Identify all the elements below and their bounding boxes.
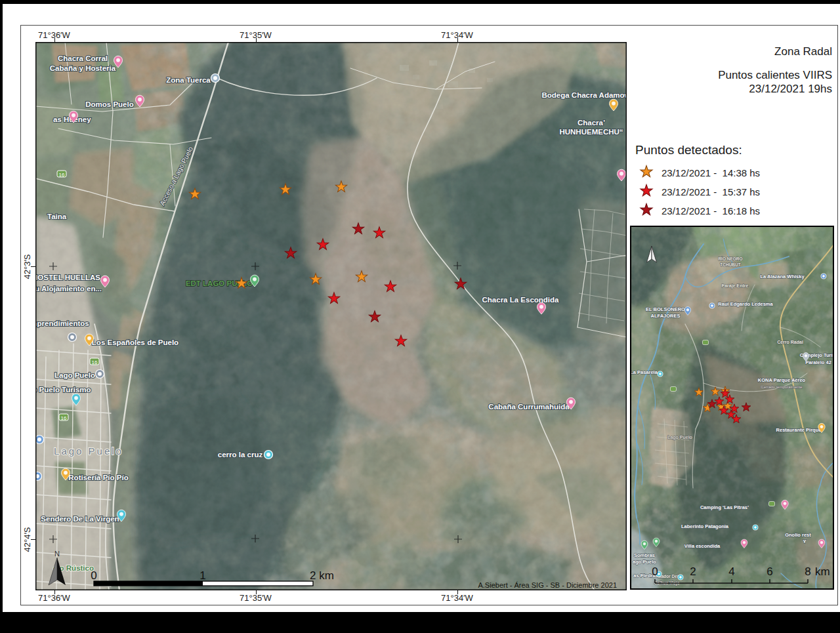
svg-text:0: 0: [91, 569, 96, 582]
svg-text:8: 8: [805, 565, 810, 578]
svg-text:Gnolio rest: Gnolio rest: [785, 532, 811, 538]
svg-text:Laberinto Patagonia: Laberinto Patagonia: [681, 523, 729, 529]
svg-text:2: 2: [690, 565, 696, 578]
svg-text:Chacra’: Chacra’: [578, 119, 605, 127]
svg-text:16: 16: [61, 415, 67, 421]
svg-text:ALFAJORES: ALFAJORES: [650, 313, 680, 319]
svg-text:Y: Y: [803, 539, 806, 544]
svg-text:Taina: Taina: [47, 213, 67, 220]
svg-text:Chacra Corral: Chacra Corral: [58, 54, 108, 62]
svg-text:RÍO NEGRO: RÍO NEGRO: [718, 256, 742, 261]
svg-text:Rotisería Pío Pío: Rotisería Pío Pío: [68, 474, 128, 481]
svg-text:Sombras: Sombras: [634, 552, 655, 558]
svg-text:Cerrado temporalmente: Cerrado temporalmente: [761, 385, 803, 389]
svg-text:Bodega Chacra Adamow: Bodega Chacra Adamow: [541, 91, 627, 99]
svg-text:1: 1: [200, 569, 205, 582]
svg-text:Paralelo 42: Paralelo 42: [805, 359, 831, 365]
svg-text:16: 16: [92, 359, 98, 365]
svg-text:Cabaña Currumahuida: Cabaña Currumahuida: [488, 403, 570, 411]
svg-text:La Alazana Whisky: La Alazana Whisky: [760, 274, 805, 279]
svg-text:N: N: [54, 550, 60, 558]
svg-text:Cerro Radal: Cerro Radal: [777, 340, 803, 344]
svg-text:Restaurante Pirque: Restaurante Pirque: [776, 427, 822, 433]
svg-text:Camping ‘Las Pitras’: Camping ‘Las Pitras’: [700, 504, 749, 510]
svg-text:16: 16: [59, 172, 65, 178]
svg-text:0: 0: [652, 565, 658, 578]
svg-text:2 km: 2 km: [310, 569, 334, 582]
svg-text:Chacra La Escondida: Chacra La Escondida: [482, 296, 560, 304]
svg-text:Tu Alojamiento en...: Tu Alojamiento en...: [35, 285, 102, 293]
svg-text:HOSTEL HUELLAS: HOSTEL HUELLAS: [35, 274, 100, 281]
svg-text:4: 4: [728, 565, 734, 578]
svg-text:6: 6: [766, 565, 772, 578]
svg-text:cerro la cruz: cerro la cruz: [218, 451, 263, 459]
svg-text:Villa escondida: Villa escondida: [684, 543, 721, 549]
svg-text:Raúl Edgardo Ledesma: Raúl Edgardo Ledesma: [718, 301, 773, 307]
svg-text:Lago Puelo: Lago Puelo: [54, 371, 95, 379]
svg-text:Sendero De La Virgen: Sendero De La Virgen: [41, 515, 119, 523]
svg-text:Zona Tuerca: Zona Tuerca: [166, 76, 211, 84]
svg-text:Paraje Entre: Paraje Entre: [722, 283, 749, 289]
svg-text:ago Puelo: ago Puelo: [633, 559, 656, 565]
svg-text:o Puelo Turismo: o Puelo Turismo: [35, 386, 91, 394]
svg-text:Cabaña y Hosteria: Cabaña y Hosteria: [50, 64, 116, 72]
svg-text:Lago Puelo: Lago Puelo: [54, 445, 123, 457]
svg-text:Los Españoles de Puelo: Los Españoles de Puelo: [92, 338, 178, 346]
svg-text:Lago Puelo: Lago Puelo: [667, 435, 692, 440]
svg-text:TCHUBUT: TCHUBUT: [720, 262, 740, 267]
svg-text:La Pasarela: La Pasarela: [630, 369, 658, 375]
svg-text:EL BOLSONERO: EL BOLSONERO: [646, 306, 685, 312]
svg-text:A.Siebert - Área SIG - SB - Di: A.Siebert - Área SIG - SB - Diciembre 20…: [478, 581, 617, 589]
svg-text:Domos Puelo: Domos Puelo: [85, 100, 133, 108]
svg-text:HUNHUEMECHU“: HUNHUEMECHU“: [559, 128, 623, 136]
svg-text:mprendimientos: mprendimientos: [35, 319, 89, 327]
svg-text:KONA Parque Aéreo: KONA Parque Aéreo: [758, 377, 806, 383]
svg-text:km: km: [815, 565, 830, 578]
